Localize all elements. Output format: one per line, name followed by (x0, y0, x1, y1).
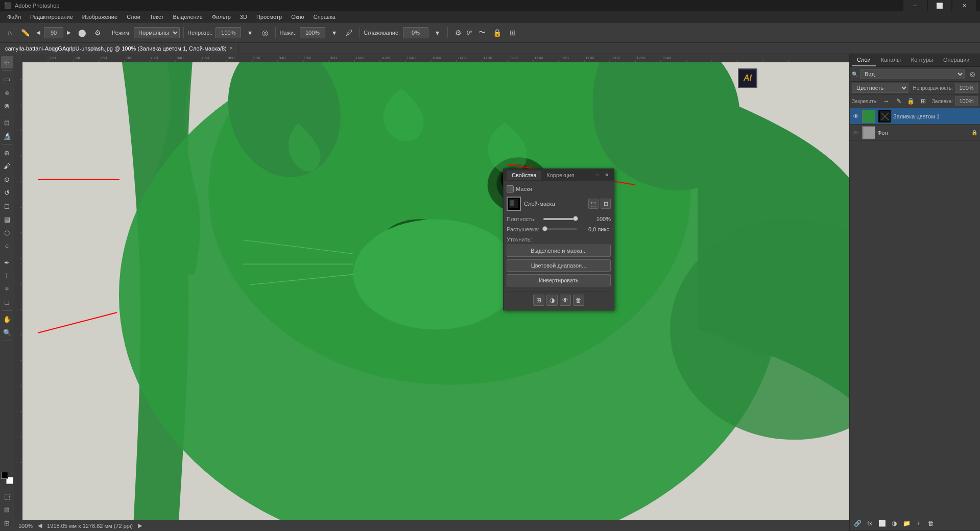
tab-history[interactable]: История (974, 54, 980, 66)
tool-brush[interactable]: 🖌 (1, 160, 13, 172)
tool-path[interactable]: ⌗ (1, 283, 13, 295)
props-color-button[interactable]: ◑ (546, 295, 558, 306)
mask-refine-button[interactable]: ⊞ (601, 199, 611, 209)
tab-close-button[interactable]: × (230, 45, 233, 51)
brush-tool-button[interactable]: ✏️ (18, 26, 32, 39)
brush-size-increase[interactable]: ▶ (64, 28, 74, 37)
opacity-arrow[interactable]: ▾ (243, 26, 256, 39)
invert-button[interactable]: Инвертировать (507, 274, 611, 286)
props-eye-button[interactable]: 👁 (560, 295, 571, 306)
menu-filter[interactable]: Фильтр (208, 13, 235, 21)
menu-view[interactable]: Просмотр (252, 13, 286, 21)
airbrush-button[interactable]: ◎ (258, 26, 272, 39)
props-close-button[interactable]: ✕ (603, 171, 611, 179)
add-mask-button[interactable]: ⬜ (876, 518, 888, 529)
props-minimize-button[interactable]: ─ (593, 171, 602, 179)
close-button[interactable]: ✕ (952, 0, 976, 11)
tool-magic-wand[interactable]: ⊗ (1, 100, 13, 112)
add-link-button[interactable]: 🔗 (852, 518, 863, 529)
brush-size-input[interactable] (44, 27, 63, 38)
pressure-pen-button[interactable]: 🖊 (343, 26, 356, 39)
smoothing-button[interactable]: 〜 (475, 26, 489, 39)
tool-heal[interactable]: ⊕ (1, 147, 13, 159)
extra2-button[interactable]: ⊞ (506, 26, 519, 39)
tool-gradient[interactable]: ▤ (1, 213, 13, 225)
menu-file[interactable]: Файл (3, 13, 25, 21)
tool-move[interactable]: ⊹ (1, 56, 13, 68)
add-fx-button[interactable]: fx (864, 518, 875, 529)
props-delete-button[interactable]: 🗑 (573, 295, 584, 306)
tool-crop[interactable]: ⊡ (1, 116, 13, 129)
document-canvas[interactable]: AI (22, 62, 849, 520)
tool-screen-mode[interactable]: ⊟ (1, 503, 13, 516)
tool-stamp[interactable]: ⊙ (1, 173, 13, 185)
blend-input[interactable] (403, 27, 428, 38)
add-adjustment-button[interactable]: ◑ (889, 518, 900, 529)
tool-selection[interactable]: ▭ (1, 73, 13, 85)
menu-3d[interactable]: 3D (236, 13, 251, 21)
tab-actions[interactable]: Операции (938, 54, 974, 66)
tool-history[interactable]: ↺ (1, 186, 13, 199)
brush-size-decrease[interactable]: ◀ (34, 28, 43, 37)
layer-visibility-bg[interactable]: 👁 (852, 129, 860, 137)
tool-extra[interactable]: ⊞ (1, 517, 13, 529)
extra1-button[interactable]: 🔒 (491, 26, 504, 39)
tab-paths[interactable]: Контуры (906, 54, 938, 66)
tab-properties[interactable]: Свойства (507, 171, 541, 180)
layer-visibility-fill[interactable]: 👁 (852, 112, 860, 120)
lock-artboard-btn[interactable]: ⊞ (918, 95, 929, 107)
menu-layers[interactable]: Слои (123, 13, 145, 21)
tool-dodge[interactable]: ○ (1, 239, 13, 252)
menu-help[interactable]: Справка (309, 13, 340, 21)
props-grid-button[interactable]: ⊞ (533, 295, 544, 306)
blend-arrow[interactable]: ▾ (431, 26, 444, 39)
tool-zoom[interactable]: 🔍 (1, 326, 13, 339)
document-tab[interactable]: camylla-battani-AoqgGAqrlpU-unsplash.jpg… (0, 43, 238, 54)
brush-picker-button[interactable]: ⬤ (76, 26, 89, 39)
layer-blend-mode-select[interactable]: Цветность (852, 83, 909, 93)
menu-window[interactable]: Окно (287, 13, 308, 21)
fill-input[interactable] (955, 96, 978, 106)
layer-opacity-input[interactable] (955, 83, 978, 93)
layer-kind-select[interactable]: Вид (860, 69, 965, 79)
tool-lasso[interactable]: ⌾ (1, 86, 13, 99)
tool-shape[interactable]: □ (1, 296, 13, 308)
select-mask-button[interactable]: Выделение и маска... (507, 245, 611, 257)
menu-edit[interactable]: Редактирование (26, 13, 77, 21)
brush-settings-button[interactable]: ⚙ (91, 26, 104, 39)
canvas-area[interactable]: 720 740 760 780 820 840 860 880 900 940 … (22, 54, 849, 520)
tool-eyedropper[interactable]: 🔬 (1, 130, 13, 142)
tab-correction[interactable]: Коррекция (541, 171, 579, 180)
tool-type[interactable]: T (1, 270, 13, 282)
color-stack[interactable] (1, 472, 13, 484)
foreground-color[interactable] (1, 472, 8, 479)
nav-prev[interactable]: ◀ (38, 522, 42, 529)
lock-pixel-btn[interactable]: ✎ (893, 95, 904, 107)
tool-eraser[interactable]: ◻ (1, 200, 13, 212)
maximize-button[interactable]: ⬜ (928, 0, 951, 11)
blend-mode-select[interactable]: Нормальный (134, 27, 180, 38)
lock-position-btn[interactable]: ↔ (881, 95, 892, 107)
menu-image[interactable]: Изображение (78, 13, 122, 21)
settings-button[interactable]: ⚙ (451, 26, 465, 39)
tool-blur[interactable]: ◌ (1, 226, 13, 238)
delete-layer-button[interactable]: 🗑 (925, 518, 937, 529)
minimize-button[interactable]: ─ (903, 0, 927, 11)
density-slider[interactable] (543, 218, 577, 220)
tool-pen[interactable]: ✒ (1, 256, 13, 269)
layer-row-background[interactable]: 👁 Фон 🔒 (850, 125, 980, 141)
nav-next[interactable]: ▶ (138, 522, 142, 529)
opacity-input[interactable] (216, 27, 241, 38)
feather-slider[interactable] (543, 228, 577, 230)
add-group-button[interactable]: 📁 (901, 518, 912, 529)
layer-filter-toggle[interactable]: ◎ (967, 68, 978, 80)
menu-text[interactable]: Текст (146, 13, 168, 21)
tab-layers[interactable]: Слои (852, 54, 876, 66)
tool-hand[interactable]: ✋ (1, 313, 13, 325)
add-layer-button[interactable]: + (913, 518, 924, 529)
color-range-button[interactable]: Цветовой диапазон... (507, 259, 611, 272)
pressure-input[interactable] (300, 27, 325, 38)
layer-row-fill[interactable]: 👁 Заливка цветом 1 (850, 108, 980, 125)
menu-select[interactable]: Выделение (169, 13, 207, 21)
pressure-arrow[interactable]: ▾ (327, 26, 341, 39)
